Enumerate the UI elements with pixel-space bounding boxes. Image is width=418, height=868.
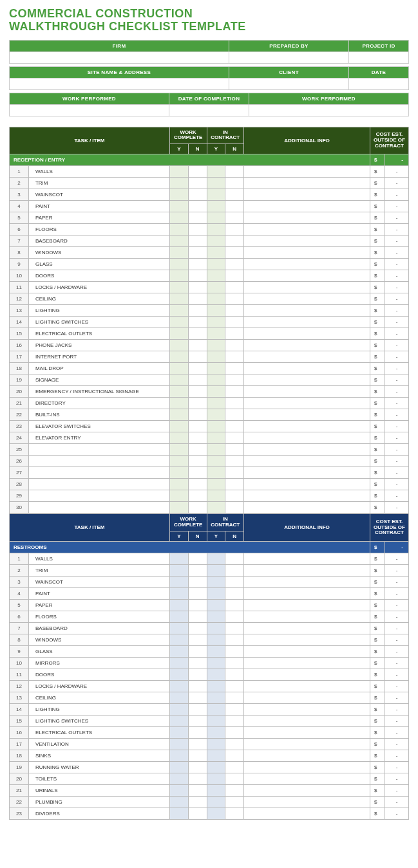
ic-n-cell[interactable] (225, 587, 244, 599)
ic-y-cell[interactable] (207, 467, 225, 479)
cost-value-cell[interactable]: - (385, 409, 409, 421)
wc-y-cell[interactable] (169, 247, 188, 259)
wc-n-cell[interactable] (188, 432, 207, 444)
wc-y-cell[interactable] (169, 622, 188, 634)
ic-n-cell[interactable] (225, 622, 244, 634)
additional-info-cell[interactable] (244, 553, 370, 564)
wc-y-cell[interactable] (169, 374, 188, 386)
additional-info-cell[interactable] (244, 456, 370, 467)
ic-n-cell[interactable] (225, 669, 244, 680)
ic-y-cell[interactable] (207, 282, 225, 293)
ic-y-cell[interactable] (207, 479, 225, 490)
wc-n-cell[interactable] (188, 599, 207, 611)
cost-value-cell[interactable]: - (385, 703, 409, 715)
ic-n-cell[interactable] (225, 247, 244, 259)
additional-info-cell[interactable] (244, 247, 370, 259)
ic-y-cell[interactable] (207, 189, 225, 201)
cost-value-cell[interactable]: - (385, 761, 409, 773)
cost-value-cell[interactable]: - (385, 622, 409, 634)
cost-value-cell[interactable]: - (385, 224, 409, 235)
cost-value-cell[interactable]: - (385, 808, 409, 819)
additional-info-cell[interactable] (244, 622, 370, 634)
cost-value-cell[interactable]: - (385, 398, 409, 409)
ic-n-cell[interactable] (225, 432, 244, 444)
wc-n-cell[interactable] (188, 784, 207, 796)
wc-n-cell[interactable] (188, 738, 207, 750)
cost-value-cell[interactable]: - (385, 201, 409, 212)
ic-n-cell[interactable] (225, 634, 244, 645)
ic-n-cell[interactable] (225, 576, 244, 587)
wc-y-cell[interactable] (169, 657, 188, 669)
ic-y-cell[interactable] (207, 599, 225, 611)
wc-n-cell[interactable] (188, 715, 207, 726)
ic-y-cell[interactable] (207, 351, 225, 363)
wc-n-cell[interactable] (188, 657, 207, 669)
additional-info-cell[interactable] (244, 564, 370, 576)
wc-y-cell[interactable] (169, 467, 188, 479)
wc-y-cell[interactable] (169, 282, 188, 293)
cost-value-cell[interactable]: - (385, 259, 409, 270)
additional-info-cell[interactable] (244, 726, 370, 738)
additional-info-cell[interactable] (244, 738, 370, 750)
wc-n-cell[interactable] (188, 317, 207, 328)
additional-info-cell[interactable] (244, 189, 370, 201)
ic-n-cell[interactable] (225, 703, 244, 715)
wc-n-cell[interactable] (188, 340, 207, 351)
ic-n-cell[interactable] (225, 421, 244, 432)
wc-y-cell[interactable] (169, 808, 188, 819)
cost-value-cell[interactable]: - (385, 587, 409, 599)
wc-y-cell[interactable] (169, 726, 188, 738)
wc-y-cell[interactable] (169, 796, 188, 808)
wc-y-cell[interactable] (169, 761, 188, 773)
ic-y-cell[interactable] (207, 773, 225, 784)
ic-n-cell[interactable] (225, 479, 244, 490)
ic-y-cell[interactable] (207, 622, 225, 634)
cost-value-cell[interactable]: - (385, 634, 409, 645)
ic-y-cell[interactable] (207, 761, 225, 773)
ic-y-cell[interactable] (207, 259, 225, 270)
wc-y-cell[interactable] (169, 317, 188, 328)
additional-info-cell[interactable] (244, 599, 370, 611)
additional-info-cell[interactable] (244, 398, 370, 409)
wc-y-cell[interactable] (169, 409, 188, 421)
wc-y-cell[interactable] (169, 669, 188, 680)
additional-info-cell[interactable] (244, 259, 370, 270)
wc-n-cell[interactable] (188, 398, 207, 409)
ic-n-cell[interactable] (225, 317, 244, 328)
wc-n-cell[interactable] (188, 247, 207, 259)
ic-n-cell[interactable] (225, 467, 244, 479)
additional-info-cell[interactable] (244, 645, 370, 657)
cost-value-cell[interactable]: - (385, 773, 409, 784)
ic-n-cell[interactable] (225, 235, 244, 247)
additional-info-cell[interactable] (244, 317, 370, 328)
meta-date-input[interactable] (349, 78, 409, 89)
wc-n-cell[interactable] (188, 386, 207, 398)
ic-n-cell[interactable] (225, 796, 244, 808)
wc-y-cell[interactable] (169, 270, 188, 282)
ic-y-cell[interactable] (207, 502, 225, 513)
ic-y-cell[interactable] (207, 444, 225, 456)
wc-y-cell[interactable] (169, 750, 188, 761)
wc-n-cell[interactable] (188, 479, 207, 490)
cost-value-cell[interactable]: - (385, 444, 409, 456)
ic-n-cell[interactable] (225, 611, 244, 622)
ic-n-cell[interactable] (225, 715, 244, 726)
additional-info-cell[interactable] (244, 293, 370, 305)
wc-y-cell[interactable] (169, 479, 188, 490)
wc-y-cell[interactable] (169, 611, 188, 622)
ic-n-cell[interactable] (225, 386, 244, 398)
wc-n-cell[interactable] (188, 178, 207, 189)
ic-y-cell[interactable] (207, 692, 225, 703)
wc-n-cell[interactable] (188, 750, 207, 761)
wc-n-cell[interactable] (188, 293, 207, 305)
wc-y-cell[interactable] (169, 421, 188, 432)
additional-info-cell[interactable] (244, 212, 370, 224)
wc-y-cell[interactable] (169, 773, 188, 784)
ic-y-cell[interactable] (207, 363, 225, 374)
ic-n-cell[interactable] (225, 692, 244, 703)
cost-value-cell[interactable]: - (385, 317, 409, 328)
ic-y-cell[interactable] (207, 796, 225, 808)
ic-y-cell[interactable] (207, 553, 225, 564)
ic-y-cell[interactable] (207, 576, 225, 587)
ic-n-cell[interactable] (225, 784, 244, 796)
